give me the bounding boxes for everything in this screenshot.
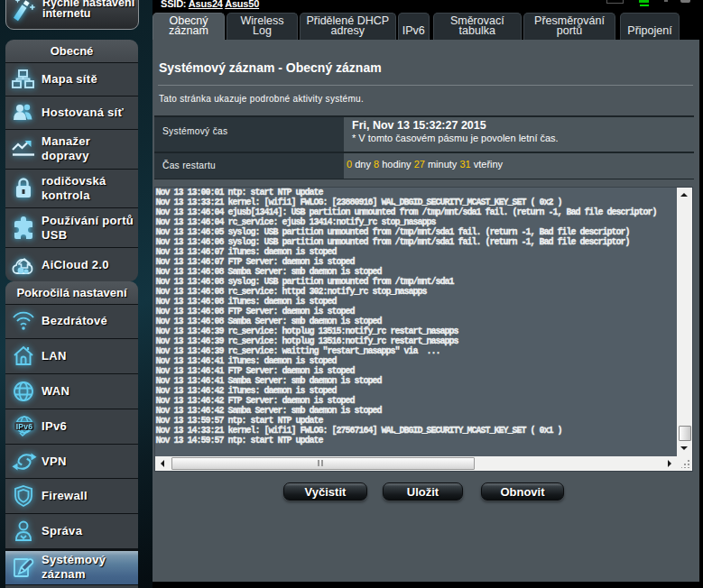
svg-text:IPv6: IPv6 (16, 421, 33, 430)
